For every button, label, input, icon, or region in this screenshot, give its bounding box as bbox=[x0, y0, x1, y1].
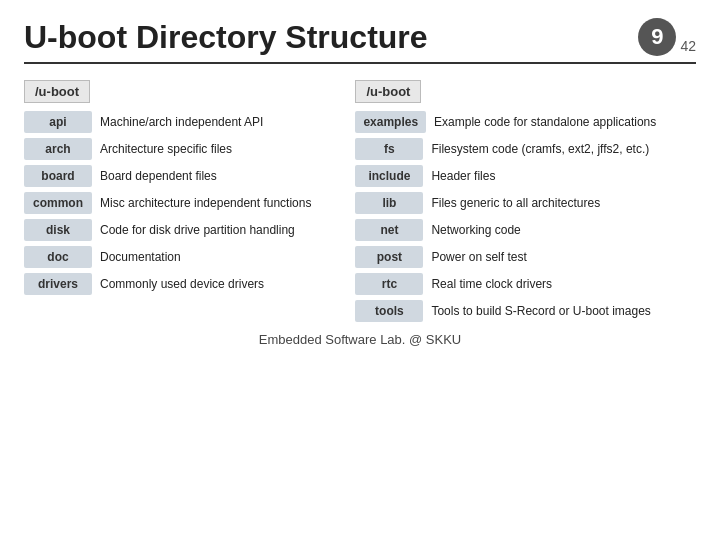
right-tag-rtc: rtc bbox=[355, 273, 423, 295]
left-dir-row: common Misc architecture independent fun… bbox=[24, 192, 335, 214]
page-title: U-boot Directory Structure bbox=[24, 19, 428, 56]
right-column: /u-boot examples Example code for standa… bbox=[355, 80, 696, 322]
right-dir-row: rtc Real time clock drivers bbox=[355, 273, 696, 295]
badge-group: 9 42 bbox=[638, 18, 696, 56]
left-tag-board: board bbox=[24, 165, 92, 187]
left-desc-api: Machine/arch independent API bbox=[100, 111, 263, 131]
right-desc-lib: Files generic to all architectures bbox=[431, 192, 600, 212]
badge-sub: 42 bbox=[680, 38, 696, 54]
left-desc-drivers: Commonly used device drivers bbox=[100, 273, 264, 293]
left-tag-api: api bbox=[24, 111, 92, 133]
right-tag-tools: tools bbox=[355, 300, 423, 322]
right-desc-rtc: Real time clock drivers bbox=[431, 273, 552, 293]
left-column: /u-boot api Machine/arch independent API… bbox=[24, 80, 335, 322]
left-tag-arch: arch bbox=[24, 138, 92, 160]
right-tag-fs: fs bbox=[355, 138, 423, 160]
left-dir-rows: api Machine/arch independent API arch Ar… bbox=[24, 111, 335, 295]
left-tag-doc: doc bbox=[24, 246, 92, 268]
footer: Embedded Software Lab. @ SKKU bbox=[24, 332, 696, 347]
right-desc-fs: Filesystem code (cramfs, ext2, jffs2, et… bbox=[431, 138, 649, 158]
right-dir-row: examples Example code for standalone app… bbox=[355, 111, 696, 133]
right-tag-post: post bbox=[355, 246, 423, 268]
left-dir-row: arch Architecture specific files bbox=[24, 138, 335, 160]
slide: U-boot Directory Structure 9 42 /u-boot … bbox=[0, 0, 720, 540]
right-desc-net: Networking code bbox=[431, 219, 520, 239]
right-tag-lib: lib bbox=[355, 192, 423, 214]
right-dir-rows: examples Example code for standalone app… bbox=[355, 111, 696, 322]
left-tag-common: common bbox=[24, 192, 92, 214]
right-dir-row: lib Files generic to all architectures bbox=[355, 192, 696, 214]
right-dir-row: net Networking code bbox=[355, 219, 696, 241]
left-dir-row: doc Documentation bbox=[24, 246, 335, 268]
left-dir-row: api Machine/arch independent API bbox=[24, 111, 335, 133]
right-desc-include: Header files bbox=[431, 165, 495, 185]
right-desc-examples: Example code for standalone applications bbox=[434, 111, 656, 131]
right-dir-row: include Header files bbox=[355, 165, 696, 187]
right-dir-row: fs Filesystem code (cramfs, ext2, jffs2,… bbox=[355, 138, 696, 160]
left-dir-row: board Board dependent files bbox=[24, 165, 335, 187]
right-desc-post: Power on self test bbox=[431, 246, 526, 266]
right-tag-net: net bbox=[355, 219, 423, 241]
right-uboot-label: /u-boot bbox=[355, 80, 421, 103]
left-uboot-label: /u-boot bbox=[24, 80, 90, 103]
content: /u-boot api Machine/arch independent API… bbox=[24, 80, 696, 322]
left-dir-row: disk Code for disk drive partition handl… bbox=[24, 219, 335, 241]
left-desc-board: Board dependent files bbox=[100, 165, 217, 185]
left-dir-row: drivers Commonly used device drivers bbox=[24, 273, 335, 295]
badge-nine: 9 bbox=[638, 18, 676, 56]
header: U-boot Directory Structure 9 42 bbox=[24, 18, 696, 64]
right-dir-row: tools Tools to build S-Record or U-boot … bbox=[355, 300, 696, 322]
left-tag-disk: disk bbox=[24, 219, 92, 241]
right-dir-row: post Power on self test bbox=[355, 246, 696, 268]
left-desc-common: Misc architecture independent functions bbox=[100, 192, 311, 212]
left-tag-drivers: drivers bbox=[24, 273, 92, 295]
left-desc-disk: Code for disk drive partition handling bbox=[100, 219, 295, 239]
right-desc-tools: Tools to build S-Record or U-boot images bbox=[431, 300, 650, 320]
right-tag-examples: examples bbox=[355, 111, 426, 133]
left-desc-arch: Architecture specific files bbox=[100, 138, 232, 158]
right-tag-include: include bbox=[355, 165, 423, 187]
left-desc-doc: Documentation bbox=[100, 246, 181, 266]
